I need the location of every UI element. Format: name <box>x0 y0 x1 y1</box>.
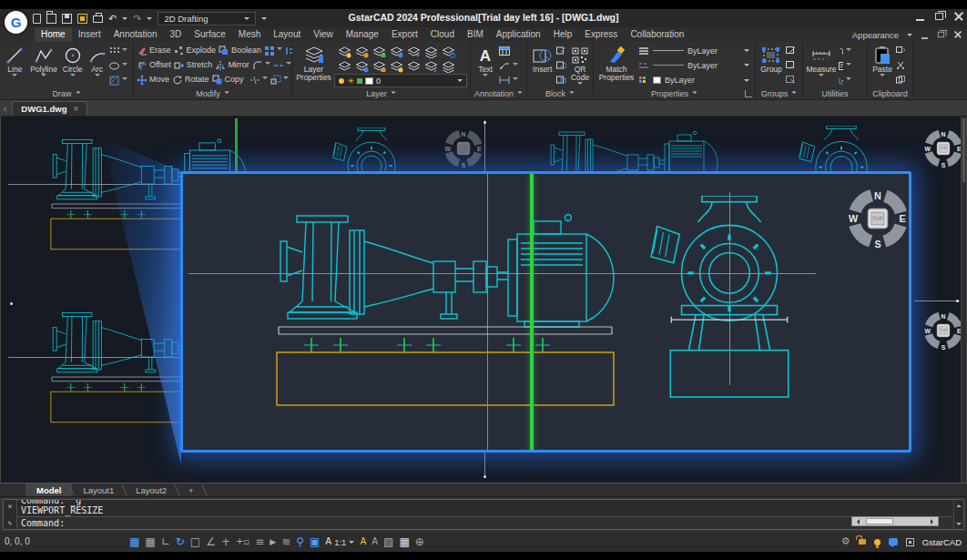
layer-color-icon[interactable] <box>390 46 400 56</box>
id-point-icon[interactable] <box>839 73 851 87</box>
workspace-dropdown[interactable]: 2D Drafting <box>158 12 256 25</box>
isometric-grid-icon[interactable]: ▧ <box>383 536 393 547</box>
cut-icon[interactable] <box>896 61 906 71</box>
fillet-chevron-icon[interactable] <box>265 62 270 67</box>
annotation-scale-dropdown[interactable]: A 1:1 <box>325 536 354 547</box>
unlock-icon[interactable] <box>859 539 866 545</box>
copy-clip-icon[interactable] <box>896 46 906 56</box>
close-icon[interactable] <box>954 12 963 21</box>
move-button[interactable]: Move <box>149 75 169 84</box>
panel-groups-label[interactable]: Groups <box>756 87 802 99</box>
ellipse-button[interactable] <box>109 58 130 73</box>
polar-tracking-icon[interactable]: ↻ <box>176 536 185 547</box>
selection-cycling-icon[interactable]: ▶ <box>270 536 276 547</box>
panel-utilities-label[interactable]: Utilities <box>803 87 867 99</box>
viewcube-compass-mid-right[interactable] <box>922 310 964 351</box>
restore-icon[interactable] <box>935 13 943 20</box>
layer-bulb-icon[interactable] <box>339 78 344 84</box>
ortho-mode-icon[interactable]: ∟ <box>161 536 170 547</box>
tab-annotation[interactable]: Annotation <box>107 27 164 42</box>
redo-chevron-icon[interactable] <box>147 17 152 23</box>
command-close-icon[interactable]: × <box>7 502 12 511</box>
tab-application[interactable]: Application <box>490 27 547 42</box>
boolean-button[interactable]: Boolean <box>231 46 261 55</box>
offset-button[interactable]: Offset <box>149 60 171 69</box>
tab-collaboration[interactable]: Collaboration <box>624 27 690 42</box>
scroll-left-icon[interactable] <box>854 519 860 524</box>
layer-lock-state-icon[interactable] <box>357 78 362 84</box>
save-as-icon[interactable] <box>77 14 87 24</box>
save-icon[interactable] <box>62 14 72 24</box>
panel-layer-label[interactable]: Layer <box>292 87 470 99</box>
circle-button[interactable]: Circle <box>60 44 85 87</box>
hatch-button[interactable] <box>109 73 130 87</box>
tab-home[interactable]: Home <box>35 27 72 42</box>
layer-isolate-icon[interactable] <box>390 61 400 71</box>
panel-modify-label[interactable]: Modify <box>134 87 291 99</box>
tab-layout2[interactable]: Layout2 <box>125 484 178 496</box>
array-chevron-icon[interactable] <box>277 47 282 53</box>
properties-dialog-launcher-icon[interactable] <box>745 90 752 97</box>
layer-isolate-icon[interactable]: ≋ <box>281 536 290 547</box>
layer-unisolate-icon[interactable] <box>407 61 417 71</box>
magnified-viewport[interactable] <box>180 171 911 453</box>
fullscreen-icon[interactable] <box>906 538 914 546</box>
viewcube-compass-main[interactable] <box>845 186 911 251</box>
qat-customize-icon[interactable] <box>261 17 267 23</box>
annotation-visibility-icon[interactable]: A <box>360 536 366 547</box>
panel-clipboard-label[interactable]: Clipboard <box>868 87 912 99</box>
block-edit-icon[interactable] <box>556 46 566 56</box>
layer-thaw-icon[interactable] <box>355 46 365 56</box>
tab-manage[interactable]: Manage <box>340 27 385 42</box>
clean-screen-icon[interactable]: ⊕ <box>415 536 424 547</box>
feedback-icon[interactable] <box>889 538 898 545</box>
canvas-scrollbar[interactable] <box>961 117 966 483</box>
lineweight-dropdown[interactable]: ByLayer <box>638 44 749 57</box>
text-button[interactable]: A Text <box>473 44 497 87</box>
panel-draw-label[interactable]: Draw <box>0 87 133 99</box>
layer-lock-icon[interactable] <box>372 61 382 71</box>
layer-color-swatch[interactable] <box>365 77 373 85</box>
undo-icon[interactable]: ↶ <box>108 14 117 24</box>
command-edit-icon[interactable]: ✎ <box>8 519 13 527</box>
line-button[interactable]: Line <box>3 44 27 87</box>
doc-restore-icon[interactable] <box>938 32 944 37</box>
tab-export[interactable]: Export <box>385 27 424 42</box>
tab-model[interactable]: Model <box>25 484 72 496</box>
layer-merge-icon[interactable] <box>424 61 434 71</box>
calculator-icon[interactable] <box>839 58 851 73</box>
panel-annotation-label[interactable]: Annotation <box>471 87 526 99</box>
command-history[interactable]: Command: _g VIEWPORT_RESIZE <box>17 500 953 516</box>
undo-chevron-icon[interactable] <box>122 17 127 23</box>
group-edit-icon[interactable] <box>786 46 796 56</box>
open-file-icon[interactable] <box>46 14 56 24</box>
trim-chevron-icon[interactable] <box>262 76 268 82</box>
redo-icon[interactable]: ↷ <box>133 14 141 24</box>
layer-select-dropdown[interactable]: ☀ 0 <box>334 74 467 87</box>
arc-button[interactable]: Arc <box>87 44 107 87</box>
panel-properties-label[interactable]: Properties <box>594 87 755 99</box>
block-attach-icon[interactable] <box>556 61 566 71</box>
command-vertical-scrollbar[interactable] <box>953 500 963 529</box>
tab-help[interactable]: Help <box>547 27 579 42</box>
qr-code-button[interactable]: QR Code <box>570 44 590 87</box>
layer-make-current-icon[interactable] <box>407 46 417 56</box>
object-tracking-icon[interactable]: +▫ <box>236 536 249 547</box>
copy-base-icon[interactable] <box>896 76 906 86</box>
lineweight-icon[interactable]: ≡ <box>255 536 264 547</box>
chevron-down-icon[interactable] <box>457 79 463 85</box>
auto-annotation-icon[interactable]: A <box>372 536 378 547</box>
object-snap-icon[interactable]: □ <box>190 536 200 547</box>
settings-gear-icon[interactable]: ⚙ <box>841 536 850 547</box>
tab-express[interactable]: Express <box>578 27 624 42</box>
copy-button[interactable]: Copy <box>225 75 247 84</box>
viewport-pump-end-view[interactable] <box>643 196 816 414</box>
doc-close-icon[interactable] <box>954 31 962 38</box>
add-layout-button[interactable]: + <box>178 484 205 496</box>
tab-view[interactable]: View <box>307 27 340 42</box>
layer-on-icon[interactable] <box>338 46 348 56</box>
viewport-green-highlight-line[interactable] <box>530 174 534 453</box>
tab-cloud[interactable]: Cloud <box>424 27 461 42</box>
point-tools-button[interactable] <box>109 44 130 58</box>
block-define-icon[interactable] <box>556 76 566 86</box>
